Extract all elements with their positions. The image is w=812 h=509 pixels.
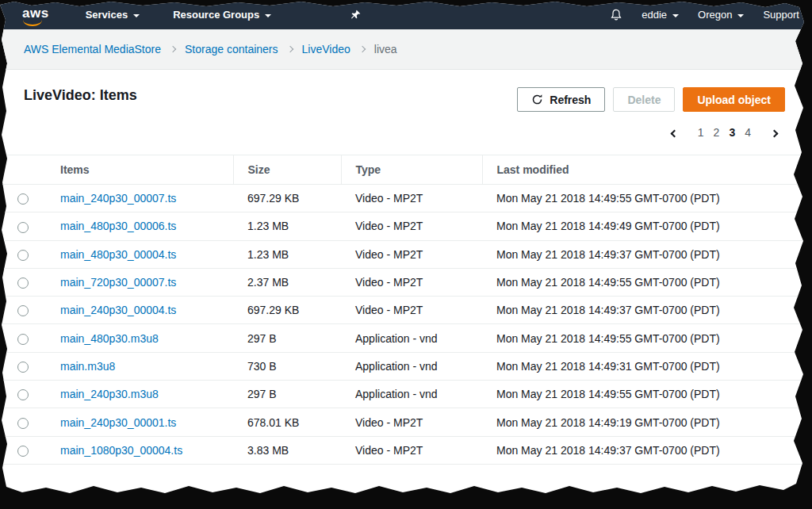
- size-cell: 297 B: [233, 324, 341, 352]
- type-cell: Video - MP2T: [341, 408, 482, 436]
- column-header-items: Items: [46, 155, 233, 185]
- chevron-right-icon: [359, 46, 366, 52]
- support-menu-label: Support: [763, 9, 799, 21]
- content-header: LiveVideo: Items Refresh Delete Upload o…: [0, 70, 812, 112]
- action-buttons: Refresh Delete Upload object: [517, 87, 785, 112]
- page-button-2[interactable]: 2: [709, 124, 725, 140]
- chevron-down-icon: [265, 14, 271, 17]
- page-button-1[interactable]: 1: [693, 124, 709, 140]
- row-radio[interactable]: [17, 250, 29, 261]
- aws-smile-icon: [23, 20, 42, 26]
- page-button-4[interactable]: 4: [740, 124, 756, 140]
- page-title: LiveVideo: Items: [24, 87, 137, 104]
- breadcrumb-link-storage-containers[interactable]: Storage containers: [185, 43, 278, 55]
- region-menu-label: Oregon: [698, 9, 732, 21]
- chevron-right-icon: [170, 46, 176, 52]
- row-radio[interactable]: [17, 193, 29, 205]
- top-navbar: aws Services Resource Groups eddie: [0, 0, 812, 29]
- item-cell: main_240p30_00001.ts: [46, 408, 233, 436]
- services-menu[interactable]: Services: [86, 9, 140, 21]
- next-page-button[interactable]: [762, 126, 782, 140]
- size-cell: 697.29 KB: [233, 297, 341, 324]
- user-menu[interactable]: eddie: [642, 9, 679, 21]
- row-radio[interactable]: [17, 446, 29, 457]
- select-cell: [0, 240, 46, 268]
- chevron-right-icon: [286, 46, 293, 52]
- prev-page-button[interactable]: [667, 126, 687, 140]
- size-cell: 297 B: [233, 381, 341, 408]
- pin-shortcuts-button[interactable]: [350, 10, 361, 20]
- row-radio[interactable]: [17, 389, 29, 400]
- column-header-type: Type: [341, 155, 482, 185]
- item-cell: main_240p30_00007.ts: [46, 185, 233, 212]
- select-column-header: [0, 155, 46, 185]
- region-menu[interactable]: Oregon: [698, 9, 744, 21]
- table-row: main_480p30.m3u8297 BApplication - vndMo…: [0, 324, 812, 352]
- pagination: 1234: [0, 112, 812, 145]
- pagination-pages: 1234: [693, 124, 756, 140]
- item-link[interactable]: main_480p30_00004.ts: [60, 248, 176, 261]
- size-cell: 1.23 MB: [233, 212, 341, 240]
- item-link[interactable]: main_720p30_00007.ts: [60, 276, 176, 289]
- select-cell: [0, 381, 46, 408]
- table-body: main_240p30_00007.ts697.29 KBVideo - MP2…: [0, 185, 812, 465]
- modified-cell: Mon May 21 2018 14:49:31 GMT-0700 (PDT): [482, 352, 812, 380]
- aws-logo[interactable]: aws: [22, 6, 49, 24]
- breadcrumb-link-livevideo[interactable]: LiveVideo: [302, 43, 350, 55]
- table-row: main_240p30.m3u8297 BApplication - vndMo…: [0, 381, 812, 408]
- modified-cell: Mon May 21 2018 14:49:37 GMT-0700 (PDT): [482, 297, 812, 324]
- item-cell: main_480p30_00006.ts: [46, 212, 233, 240]
- upload-object-button-label: Upload object: [697, 94, 771, 106]
- bell-icon: [610, 9, 622, 21]
- table-row: main_240p30_00001.ts678.01 KBVideo - MP2…: [0, 408, 812, 436]
- item-link[interactable]: main_240p30_00001.ts: [60, 416, 176, 429]
- chevron-down-icon: [133, 14, 140, 17]
- row-radio[interactable]: [17, 362, 29, 373]
- type-cell: Video - MP2T: [341, 185, 482, 212]
- select-cell: [0, 185, 46, 212]
- item-link[interactable]: main_240p30_00007.ts: [60, 192, 176, 205]
- item-link[interactable]: main_1080p30_00004.ts: [60, 444, 182, 457]
- modified-cell: Mon May 21 2018 14:49:37 GMT-0700 (PDT): [482, 436, 812, 464]
- table-row: main_720p30_00007.ts2.37 MBVideo - MP2TM…: [0, 268, 812, 296]
- item-link[interactable]: main_240p30.m3u8: [60, 388, 159, 400]
- screenshot-frame: aws Services Resource Groups eddie: [0, 0, 812, 509]
- resource-groups-menu[interactable]: Resource Groups: [173, 9, 271, 21]
- upload-object-button[interactable]: Upload object: [683, 87, 785, 112]
- row-radio[interactable]: [17, 334, 29, 345]
- item-link[interactable]: main.m3u8: [60, 360, 115, 373]
- select-cell: [0, 408, 46, 436]
- table-row: main_480p30_00004.ts1.23 MBVideo - MP2TM…: [0, 240, 812, 268]
- item-link[interactable]: main_240p30_00004.ts: [60, 304, 176, 316]
- type-cell: Video - MP2T: [341, 212, 482, 240]
- item-link[interactable]: main_480p30_00006.ts: [60, 220, 176, 232]
- type-cell: Application - vnd: [341, 324, 482, 352]
- row-radio[interactable]: [17, 222, 29, 233]
- delete-button[interactable]: Delete: [613, 87, 675, 112]
- row-radio[interactable]: [17, 418, 29, 429]
- item-cell: main_240p30.m3u8: [46, 381, 233, 408]
- table-row: main.m3u8730 BApplication - vndMon May 2…: [0, 352, 812, 380]
- page-button-3[interactable]: 3: [724, 124, 740, 140]
- refresh-button-label: Refresh: [550, 94, 591, 106]
- delete-button-label: Delete: [627, 94, 661, 106]
- column-header-last-modified: Last modified: [482, 155, 812, 185]
- item-cell: main_720p30_00007.ts: [46, 268, 233, 296]
- select-cell: [0, 297, 46, 324]
- item-link[interactable]: main_480p30.m3u8: [60, 332, 159, 345]
- select-cell: [0, 352, 46, 380]
- size-cell: 697.29 KB: [233, 185, 341, 212]
- table-header-row: Items Size Type Last modified: [0, 155, 812, 185]
- table-row: main_240p30_00004.ts697.29 KBVideo - MP2…: [0, 297, 812, 324]
- breadcrumb-link-mediastore[interactable]: AWS Elemental MediaStore: [24, 43, 161, 55]
- size-cell: 2.37 MB: [233, 268, 341, 296]
- size-cell: 3.83 MB: [233, 436, 341, 464]
- support-menu[interactable]: Support: [763, 9, 799, 21]
- resource-groups-menu-label: Resource Groups: [173, 9, 259, 21]
- refresh-button[interactable]: Refresh: [517, 87, 605, 112]
- row-radio[interactable]: [17, 305, 29, 316]
- items-table: Items Size Type Last modified main_240p3…: [0, 155, 812, 465]
- notifications-button[interactable]: [610, 9, 622, 21]
- row-radio[interactable]: [17, 277, 29, 289]
- type-cell: Video - MP2T: [341, 297, 482, 324]
